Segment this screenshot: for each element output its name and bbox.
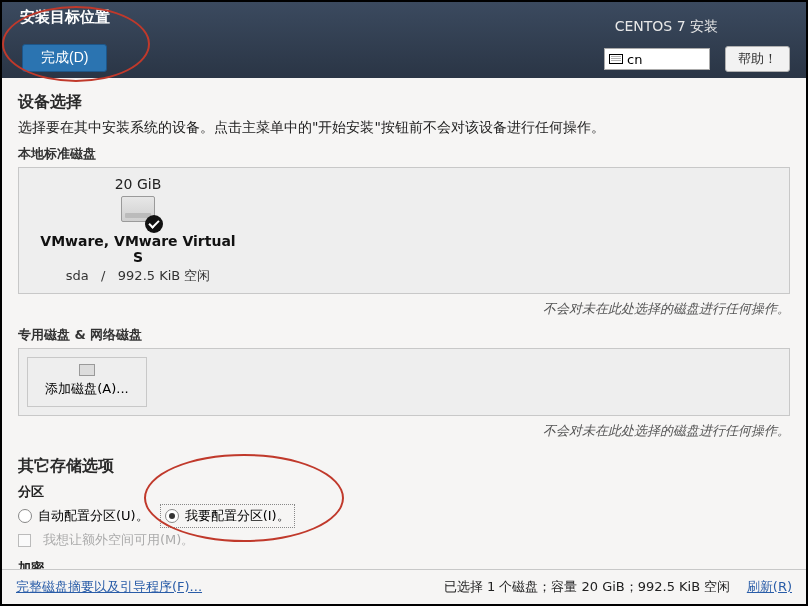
checkbox-icon (18, 534, 31, 547)
footer-status-text: 已选择 1 个磁盘；容量 20 GiB；992.5 KiB 空闲 (444, 579, 730, 594)
device-selection-subtitle: 选择要在其中安装系统的设备。点击主菜单中的"开始安装"按钮前不会对该设备进行任何… (18, 119, 790, 137)
keyboard-icon (609, 54, 623, 64)
extra-space-row: 我想让额外空间可用(M)。 (18, 531, 790, 549)
disk-name: VMware, VMware Virtual S (33, 233, 243, 265)
disk-meta: sda / 992.5 KiB 空闲 (33, 267, 243, 285)
device-selection-heading: 设备选择 (18, 92, 790, 113)
add-disk-label: 添加磁盘(A)... (45, 381, 128, 396)
radio-icon-selected (165, 509, 179, 523)
refresh-link[interactable]: 刷新(R) (747, 579, 792, 594)
main-content: 设备选择 选择要在其中安装系统的设备。点击主菜单中的"开始安装"按钮前不会对该设… (2, 78, 806, 577)
disk-hint-2: 不会对未在此处选择的磁盘进行任何操作。 (18, 422, 790, 440)
add-disk-button[interactable]: 添加磁盘(A)... (27, 357, 147, 407)
local-disks-panel: 20 GiB VMware, VMware Virtual S sda / 99… (18, 167, 790, 294)
special-disks-label: 专用磁盘 & 网络磁盘 (18, 326, 790, 344)
other-options-heading: 其它存储选项 (18, 456, 790, 477)
auto-partition-label: 自动配置分区(U)。 (38, 507, 149, 525)
page-title: 安装目标位置 (20, 8, 110, 27)
auto-partition-radio[interactable]: 自动配置分区(U)。 (18, 507, 149, 525)
disk-free: 992.5 KiB 空闲 (118, 268, 211, 283)
disk-dev: sda (66, 268, 89, 283)
local-disks-label: 本地标准磁盘 (18, 145, 790, 163)
storage-options: 其它存储选项 分区 自动配置分区(U)。 我要配置分区(I)。 我想让额外空间可… (18, 456, 790, 577)
full-disk-summary-link[interactable]: 完整磁盘摘要以及引导程序(F)... (16, 578, 202, 596)
radio-icon (18, 509, 32, 523)
help-button[interactable]: 帮助！ (725, 46, 790, 72)
check-icon (145, 215, 163, 233)
special-disks-panel: 添加磁盘(A)... (18, 348, 790, 416)
manual-partition-radio[interactable]: 我要配置分区(I)。 (161, 505, 294, 527)
top-header: 安装目标位置 完成(D) CENTOS 7 安装 cn 帮助！ (2, 2, 806, 78)
disk-size: 20 GiB (33, 176, 243, 192)
add-disk-icon (79, 364, 95, 376)
partition-group-label: 分区 (18, 483, 790, 501)
disk-icon-wrap (121, 196, 155, 225)
keyboard-layout-selector[interactable]: cn (604, 48, 710, 70)
disk-item[interactable]: 20 GiB VMware, VMware Virtual S sda / 99… (33, 176, 243, 285)
disk-sep: / (101, 268, 105, 283)
footer-bar: 完整磁盘摘要以及引导程序(F)... 已选择 1 个磁盘；容量 20 GiB；9… (2, 569, 806, 604)
installer-name: CENTOS 7 安装 (615, 18, 718, 36)
manual-partition-label: 我要配置分区(I)。 (185, 507, 290, 525)
keyboard-layout-label: cn (627, 52, 642, 67)
disk-hint: 不会对未在此处选择的磁盘进行任何操作。 (18, 300, 790, 318)
footer-status: 已选择 1 个磁盘；容量 20 GiB；992.5 KiB 空闲 刷新(R) (444, 578, 792, 596)
extra-space-label: 我想让额外空间可用(M)。 (43, 531, 194, 549)
partition-radio-row: 自动配置分区(U)。 我要配置分区(I)。 (18, 505, 790, 527)
done-button[interactable]: 完成(D) (22, 44, 107, 72)
